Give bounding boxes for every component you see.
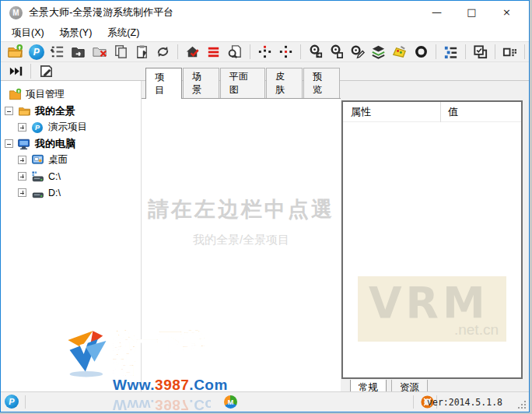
skin-editor-button[interactable] (390, 43, 409, 61)
window-controls: — □ × (419, 1, 524, 24)
title-bar: M 全景大师-全景漫游系统制作平台 — □ × (1, 1, 529, 24)
pano-export-button[interactable] (306, 43, 325, 61)
annotate-button[interactable] (36, 62, 56, 81)
paste-icon (134, 44, 150, 60)
pano-edit-button[interactable] (348, 43, 367, 61)
save-project-button[interactable] (68, 43, 88, 61)
expand-expander[interactable] (18, 156, 26, 164)
tree-item-label: 项目管理 (26, 88, 65, 101)
app-icon: M (9, 6, 23, 19)
lens-box-icon (328, 44, 345, 60)
expand-expander[interactable] (18, 188, 26, 197)
page-edit-icon (38, 63, 54, 79)
save-icon (70, 44, 86, 60)
column-header-value[interactable]: 值 (441, 105, 458, 119)
brand-m-icon: M (224, 395, 237, 409)
lens-edit-icon (349, 44, 366, 60)
tree-item-label: 我的全景 (35, 104, 75, 118)
lens-arrow-icon (307, 44, 324, 60)
tree-item-demo-project[interactable]: P 演示项目 (1, 119, 141, 135)
hotspot-insert-button[interactable] (276, 43, 296, 61)
tree-item-label: C:\ (48, 171, 61, 182)
tab-project[interactable]: 项目 (145, 68, 182, 99)
red-bars-icon (205, 44, 222, 60)
app-window: M 全景大师-全景漫游系统制作平台 — □ × 项目(X) 场景(Y) 系统(Z… (0, 0, 530, 412)
ring-view-button[interactable] (411, 43, 430, 61)
resize-grip[interactable] (518, 401, 526, 409)
run-export-button[interactable] (5, 62, 26, 81)
panorama-logo-letter: P (9, 397, 14, 406)
toolbar-separator (250, 44, 250, 59)
toolbar-separator (300, 44, 301, 59)
window-tile-button[interactable] (500, 43, 520, 61)
hotspot-add-button[interactable] (254, 43, 274, 61)
menu-item-scene[interactable]: 场景(Y) (52, 25, 100, 41)
tree-item-drive-d[interactable]: D:\ (1, 184, 141, 201)
tab-skin[interactable]: 皮肤 (266, 68, 303, 98)
expand-expander[interactable] (18, 123, 26, 132)
app-icon-letter: M (12, 9, 19, 17)
tree-item-my-panoramas[interactable]: 我的全景 (1, 103, 141, 119)
window-check-icon (472, 44, 488, 60)
tree-item-label: 我的电脑 (35, 137, 75, 151)
pano-package-button[interactable] (327, 43, 346, 61)
tree-item-my-computer[interactable]: 我的电脑 (1, 135, 141, 152)
tree-item-project-management[interactable]: 项目管理 (1, 86, 141, 103)
collapse-expander[interactable] (5, 107, 13, 115)
ring-icon (413, 44, 429, 60)
maximize-button[interactable]: □ (454, 1, 489, 23)
paste-button[interactable] (132, 43, 152, 61)
hotspot-center-icon (278, 44, 294, 60)
tab-preview[interactable]: 预览 (303, 68, 340, 98)
minimize-button[interactable]: — (419, 1, 454, 23)
tab-scene[interactable]: 场景 (183, 68, 219, 98)
property-list-button[interactable] (441, 43, 460, 61)
tab-strip: 项目 场景 平面图 皮肤 预览 (142, 84, 341, 99)
checklist-icon (443, 44, 459, 60)
toolbar-separator (495, 44, 495, 59)
statusbar-separator (25, 395, 26, 409)
layers-icon (370, 44, 387, 60)
collapse-expander[interactable] (5, 139, 13, 148)
panorama-logo-icon: P (30, 122, 44, 133)
layers-button[interactable] (369, 43, 388, 61)
column-header-property[interactable]: 属性 (343, 102, 441, 122)
tree-item-drive-c[interactable]: C:\ (1, 168, 141, 184)
vrm-watermark-text: VRM (369, 278, 489, 328)
scene-list-button[interactable] (204, 43, 223, 61)
properties-pane: 属性 值 VRM .net.cn 常规 资源 (341, 81, 529, 391)
version-label: ver:2014.5.1.8 (427, 397, 502, 408)
expand-expander[interactable] (18, 172, 26, 181)
window-select-button[interactable] (471, 43, 490, 61)
desktop-icon (30, 153, 44, 167)
open-project-button[interactable] (5, 43, 25, 61)
add-scene-button[interactable] (47, 43, 67, 61)
tab-floorplan[interactable]: 平面图 (220, 68, 265, 98)
computer-icon (17, 137, 31, 151)
status-bar: P M ver:2014.5.1.8 (1, 391, 529, 412)
window-tile-icon (502, 44, 518, 60)
copy-button[interactable] (111, 43, 131, 61)
tree-item-desktop[interactable]: 桌面 (1, 152, 141, 168)
main-toolbar: P (1, 41, 529, 61)
desktop-background: M 全景大师-全景漫游系统制作平台 — □ × 项目(X) 场景(Y) 系统(Z… (0, 0, 532, 414)
toolbar-separator (30, 64, 31, 79)
tree-item-label: D:\ (48, 188, 61, 198)
folder-delete-icon (92, 44, 108, 60)
toolbar-separator (177, 44, 178, 59)
new-panorama-button[interactable]: P (26, 43, 46, 61)
panorama-logo-letter: P (35, 124, 40, 132)
refresh-button[interactable] (153, 43, 173, 61)
delete-button[interactable] (90, 43, 110, 61)
preview-search-button[interactable] (225, 43, 244, 61)
menu-item-system[interactable]: 系统(Z) (100, 25, 147, 41)
panorama-logo-icon: P (29, 44, 44, 60)
properties-table-body: VRM .net.cn (343, 123, 521, 377)
menu-item-project[interactable]: 项目(X) (4, 25, 52, 41)
folder-orange-icon (8, 88, 22, 101)
tree-item-label: 演示项目 (48, 121, 87, 134)
panorama-logo-icon: P (5, 395, 19, 409)
home-check-icon (184, 44, 201, 60)
home-view-button[interactable] (183, 43, 202, 61)
close-button[interactable]: × (489, 1, 524, 23)
